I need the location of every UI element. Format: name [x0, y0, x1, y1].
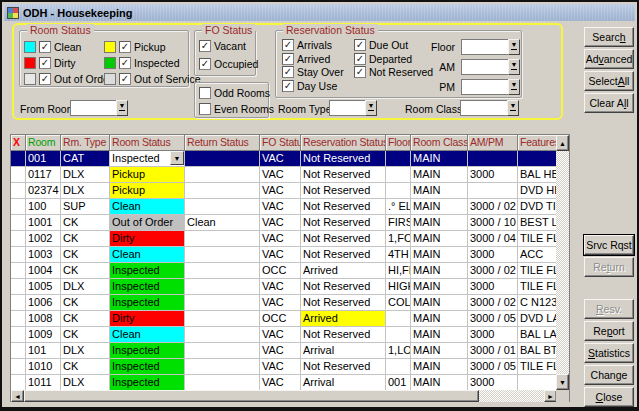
checkbox-due-out[interactable]: ✓: [354, 39, 366, 51]
checkbox-dirty[interactable]: ✓: [39, 57, 51, 69]
grid-row-room-1010[interactable]: 1010CKInspectedVACNot ReservedMAIN3000 /…: [11, 359, 557, 375]
room-class-combo-drop-button[interactable]: ▼: [507, 100, 519, 116]
grid-row-room-02374[interactable]: 02374DLXPickupVACNot ReservedMAINDVD HB: [11, 183, 557, 199]
column-header-reservation-status[interactable]: Reservation Status: [301, 135, 386, 151]
from-room-combo-field[interactable]: [70, 100, 116, 116]
checkbox-item-even-rooms[interactable]: Even Rooms: [199, 101, 274, 117]
resv-button[interactable]: Resv.: [584, 299, 634, 319]
grid-row-room-1011[interactable]: 1011DLXInspectedVACArrival001MAIN3000: [11, 375, 557, 390]
room-status-combo-drop-button[interactable]: ▼: [170, 151, 184, 165]
grid-row-room-1001[interactable]: 1001CKOut of OrderCleanVACNot ReservedFI…: [11, 215, 557, 231]
grid-row-room-001[interactable]: 001CATInspected▼VACNot ReservedMAIN: [11, 151, 557, 167]
horizontal-scroll-thumb[interactable]: [24, 390, 479, 402]
checkbox-item-not-reserved[interactable]: ✓Not Reserved: [354, 64, 433, 80]
checkbox-out-of-order[interactable]: ✓: [39, 73, 51, 85]
checkbox-occupied[interactable]: ✓: [199, 58, 211, 70]
checkbox-vacant[interactable]: ✓: [199, 40, 211, 52]
cell-room: 1008: [26, 311, 61, 327]
cell-rm-type: CK: [61, 295, 110, 311]
checkbox-pickup[interactable]: ✓: [119, 41, 131, 53]
checkbox-item-vacant[interactable]: ✓Vacant: [199, 38, 258, 54]
checkbox-item-odd-rooms[interactable]: Odd Rooms: [199, 85, 274, 101]
pm-combo-field[interactable]: [461, 79, 508, 95]
from-room-combo-drop-button[interactable]: ▼: [116, 100, 128, 116]
close-button[interactable]: Close: [584, 387, 634, 407]
pm-combo-drop-button[interactable]: ▼: [508, 79, 520, 95]
grid-row-room-101[interactable]: 101DLXInspectedVACArrival1,LOWMAIN3000 /…: [11, 343, 557, 359]
checkbox-item-pickup[interactable]: ✓Pickup: [104, 39, 201, 55]
cell-floor: HI,FLO: [386, 263, 411, 279]
column-header-fo-status[interactable]: FO Status: [260, 135, 301, 151]
checkbox-day-use[interactable]: ✓: [282, 80, 294, 92]
checkbox-item-out-of-order[interactable]: ✓Out of Order: [24, 71, 104, 87]
srvc-rqst-button[interactable]: Srvc Rqst: [584, 235, 634, 255]
checkbox-item-dirty[interactable]: ✓Dirty: [24, 55, 104, 71]
checkbox-arrivals[interactable]: ✓: [282, 39, 294, 51]
room-type-combo-drop-button[interactable]: ▼: [365, 100, 377, 116]
checkbox-item-out-of-service[interactable]: ✓Out of Service: [104, 71, 201, 87]
checkbox-item-day-use[interactable]: ✓Day Use: [282, 78, 344, 94]
am-combo-drop-button[interactable]: ▼: [508, 59, 520, 75]
horizontal-scrollbar[interactable]: ◄ ►: [11, 390, 557, 402]
cell-room-status: Pickup: [110, 167, 185, 183]
change-button[interactable]: Change: [584, 365, 634, 385]
column-header-x[interactable]: X: [11, 135, 26, 151]
column-header-floor[interactable]: Floor: [386, 135, 411, 151]
column-header-return-status[interactable]: Return Status: [185, 135, 260, 151]
cell-reservation-status: Not Reserved: [301, 279, 386, 295]
report-button[interactable]: Report: [584, 321, 634, 341]
return-button[interactable]: Return: [584, 257, 634, 277]
scroll-left-button[interactable]: ◄: [11, 390, 24, 402]
floor-combo-drop-button[interactable]: ▼: [508, 39, 520, 55]
column-header-features[interactable]: Features: [518, 135, 557, 151]
checkbox-departed[interactable]: ✓: [354, 53, 366, 65]
room-class-combo-field[interactable]: [460, 100, 507, 116]
am-combo-field[interactable]: [461, 59, 508, 75]
column-header-room-class[interactable]: Room Class: [411, 135, 468, 151]
select-all-button[interactable]: Select All: [584, 71, 634, 91]
floor-combo-field[interactable]: [461, 39, 508, 55]
checkbox-item-occupied[interactable]: ✓Occupied: [199, 56, 258, 72]
room-status-group-title: Room Status: [27, 24, 94, 36]
scroll-down-button[interactable]: ▼: [556, 374, 569, 390]
column-header-am-pm[interactable]: AM/PM: [468, 135, 518, 151]
room-status-combo[interactable]: Inspected▼: [110, 151, 184, 166]
scroll-up-button[interactable]: ▲: [556, 135, 569, 151]
checkbox-stay-over[interactable]: ✓: [282, 66, 294, 78]
checkbox-not-reserved[interactable]: ✓: [354, 66, 366, 78]
cell-am-pm: 3000 / 05: [468, 359, 518, 375]
cell-am-pm: [468, 151, 518, 167]
grid-row-room-0117[interactable]: 0117DLXPickupVACNot ReservedMAIN3000BAL …: [11, 167, 557, 183]
title-bar[interactable]: ODH - Housekeeping: [4, 4, 635, 21]
grid-row-room-1003[interactable]: 1003CKCleanVACNot Reserved4TH FMAIN3000A…: [11, 247, 557, 263]
cell-room: 1010: [26, 359, 61, 375]
grid-row-room-1002[interactable]: 1002CKDirtyVACNot Reserved1,FOMAIN3000 /…: [11, 231, 557, 247]
search-button[interactable]: Search: [584, 27, 634, 47]
vertical-scrollbar[interactable]: ▲ ▼: [556, 135, 569, 390]
checkbox-item-inspected[interactable]: ✓Inspected: [104, 55, 201, 71]
statistics-button[interactable]: Statistics: [584, 343, 634, 363]
cell-fo-status: VAC: [260, 167, 301, 183]
grid-row-room-1008[interactable]: 1008CKDirtyOCCArrivedMAIN3000 / 05DVD LA…: [11, 311, 557, 327]
advanced-button[interactable]: Advanced: [584, 49, 634, 69]
clear-all-button[interactable]: Clear All: [584, 93, 634, 113]
grid-row-room-1006[interactable]: 1006CKInspectedVACNot ReservedCOLCMAIN30…: [11, 295, 557, 311]
grid-row-room-1004[interactable]: 1004CKInspectedOCCArrivedHI,FLOMAIN3000 …: [11, 263, 557, 279]
checkbox-item-clean[interactable]: ✓Clean: [24, 39, 104, 55]
checkbox-out-of-service[interactable]: ✓: [119, 73, 131, 85]
checkbox-inspected[interactable]: ✓: [119, 57, 131, 69]
grid-row-room-1009[interactable]: 1009CKCleanVACNot ReservedMAIN3000BAL LA…: [11, 327, 557, 343]
cell-reservation-status: Not Reserved: [301, 215, 386, 231]
checkbox-arrived[interactable]: ✓: [282, 53, 294, 65]
checkbox-clean[interactable]: ✓: [39, 41, 51, 53]
room-type-combo-field[interactable]: [329, 100, 365, 116]
room-class-label: Room Class: [405, 103, 462, 115]
checkbox-even-rooms[interactable]: [199, 103, 211, 115]
column-header-room-status[interactable]: Room Status: [110, 135, 185, 151]
column-header-room[interactable]: Room: [26, 135, 61, 151]
column-header-rm-type[interactable]: Rm. Type: [61, 135, 110, 151]
grid-row-room-100[interactable]: 100SUPCleanVACNot Reserved.° ELISMAIN300…: [11, 199, 557, 215]
grid-row-room-1005[interactable]: 1005DLXInspectedVACNot ReservedHIGHMAIN3…: [11, 279, 557, 295]
checkbox-odd-rooms[interactable]: [199, 87, 211, 99]
am-label: AM: [439, 61, 455, 73]
